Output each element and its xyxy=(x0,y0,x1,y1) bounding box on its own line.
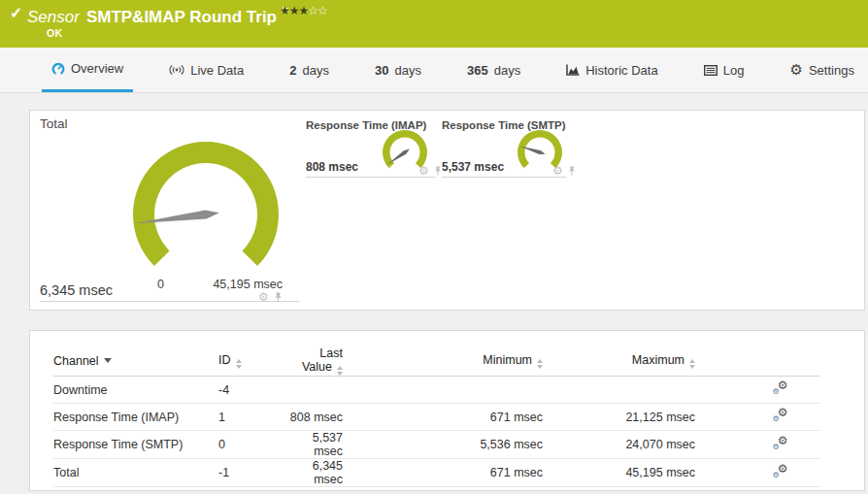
status-badge: OK xyxy=(47,27,62,39)
channel-name: Downtime xyxy=(53,377,218,404)
gauge-title-total: Total xyxy=(40,116,68,131)
channel-settings-icon[interactable]: ⚙⚙ xyxy=(773,381,788,395)
divider xyxy=(40,301,299,302)
gear-icon[interactable]: ⚙ xyxy=(552,165,563,177)
channel-settings-icon[interactable]: ⚙⚙ xyxy=(773,409,788,422)
tab-label: Settings xyxy=(809,63,854,78)
channel-maximum: 21,125 msec xyxy=(545,404,697,431)
priority-stars[interactable]: ★★★☆☆ xyxy=(280,4,327,17)
channel-last-value: 5,537 msec xyxy=(286,431,345,459)
tab-label: Log xyxy=(723,63,745,78)
channel-name: Total xyxy=(53,459,218,487)
tab-log[interactable]: Log xyxy=(694,48,754,92)
column-header-channel[interactable]: Channel xyxy=(53,346,218,377)
imap-gauge-value: 808 msec xyxy=(306,160,358,174)
tab-label: Historic Data xyxy=(585,63,657,78)
divider xyxy=(442,177,566,178)
channel-id: 0 xyxy=(218,431,286,459)
log-icon xyxy=(704,65,718,76)
channels-panel: Channel ID Last Value Minimum Maximum Do… xyxy=(29,330,865,491)
total-gauge-value: 6,345 msec xyxy=(40,282,113,298)
pin-icon[interactable] xyxy=(567,166,577,176)
channel-id: -1 xyxy=(218,459,286,487)
tab-historic-data[interactable]: Historic Data xyxy=(556,48,667,92)
channel-settings-icon[interactable]: ⚙⚙ xyxy=(773,465,788,478)
channel-settings-icon[interactable]: ⚙⚙ xyxy=(773,437,788,450)
channel-maximum: 24,070 msec xyxy=(545,431,697,459)
tab-label: Live Data xyxy=(190,63,244,78)
table-header-row: Channel ID Last Value Minimum Maximum xyxy=(53,346,820,377)
tab-number: 30 xyxy=(375,63,388,78)
tab-settings[interactable]: ⚙ Settings xyxy=(780,48,863,92)
tab-bar: Overview Live Data 2 days 30 days 365 da… xyxy=(0,48,868,93)
sort-icon xyxy=(689,359,695,369)
gauge-icon xyxy=(51,62,65,76)
page-title: SensorSMTP&IMAP Round Trip⚐ xyxy=(27,5,290,27)
tab-label: days xyxy=(494,63,520,78)
column-header-actions xyxy=(697,346,820,377)
historic-data-icon xyxy=(566,64,580,76)
live-data-icon xyxy=(169,64,184,76)
divider xyxy=(306,177,436,178)
gear-icon[interactable]: ⚙ xyxy=(418,165,429,177)
status-ok-check-icon: ✓ xyxy=(10,4,22,22)
channel-last-value: 6,345 msec xyxy=(286,459,345,487)
channel-last-value xyxy=(286,377,345,404)
table-row: Response Time (SMTP) 0 5,537 msec 5,536 … xyxy=(53,431,820,459)
column-header-last-value[interactable]: Last Value xyxy=(286,346,345,377)
smtp-gauge-value: 5,537 msec xyxy=(442,160,504,174)
sort-icon xyxy=(537,359,543,369)
table-row: Downtime -4 ⚙⚙ xyxy=(53,377,820,404)
total-gauge xyxy=(123,132,288,297)
sort-icon xyxy=(236,359,242,369)
table-row: Total -1 6,345 msec 671 msec 45,195 msec… xyxy=(53,459,820,487)
tab-365-days[interactable]: 365 days xyxy=(457,48,530,92)
channels-table: Channel ID Last Value Minimum Maximum Do… xyxy=(53,346,820,487)
tab-number: 365 xyxy=(467,63,488,78)
channel-id: -4 xyxy=(218,377,286,404)
column-header-maximum[interactable]: Maximum xyxy=(545,346,697,377)
tab-label: Overview xyxy=(71,61,123,76)
gauge-max-label: 45,195 msec xyxy=(185,278,283,291)
sensor-header: ✓ SensorSMTP&IMAP Round Trip⚐ ★★★☆☆ OK xyxy=(0,0,868,48)
smtp-gauge-actions: ⚙ xyxy=(552,165,577,177)
channel-id: 1 xyxy=(218,404,286,431)
sort-desc-icon xyxy=(104,358,112,363)
tab-2-days[interactable]: 2 days xyxy=(280,48,339,92)
sensor-word: Sensor xyxy=(27,8,80,26)
channel-minimum: 671 msec xyxy=(345,459,545,487)
gauge-min-label: 0 xyxy=(157,278,164,291)
tab-live-data[interactable]: Live Data xyxy=(159,48,253,92)
channel-name: Response Time (SMTP) xyxy=(53,431,218,459)
gauges-panel: Total 0 45,195 msec 6,345 msec ⚙ Respons… xyxy=(29,110,865,311)
imap-gauge-actions: ⚙ xyxy=(418,165,443,177)
settings-icon: ⚙ xyxy=(789,63,802,78)
channel-maximum: 45,195 msec xyxy=(545,459,697,487)
channel-minimum xyxy=(345,377,545,404)
column-header-minimum[interactable]: Minimum xyxy=(345,346,545,377)
column-header-id[interactable]: ID xyxy=(218,346,286,377)
channel-name: Response Time (IMAP) xyxy=(53,404,218,431)
channel-maximum xyxy=(545,377,697,404)
channel-last-value: 808 msec xyxy=(286,404,345,431)
tab-number: 2 xyxy=(289,63,296,78)
tab-overview[interactable]: Overview xyxy=(42,48,133,92)
tab-30-days[interactable]: 30 days xyxy=(365,48,431,92)
channel-minimum: 671 msec xyxy=(345,404,545,431)
channel-minimum: 5,536 msec xyxy=(345,431,545,459)
sort-icon xyxy=(337,366,343,376)
tab-label: days xyxy=(302,63,328,78)
tab-label: days xyxy=(394,63,420,78)
sensor-page: ✓ SensorSMTP&IMAP Round Trip⚐ ★★★☆☆ OK O… xyxy=(0,0,868,494)
sensor-title: SMTP&IMAP Round Trip xyxy=(86,8,277,26)
table-row: Response Time (IMAP) 1 808 msec 671 msec… xyxy=(53,404,820,431)
